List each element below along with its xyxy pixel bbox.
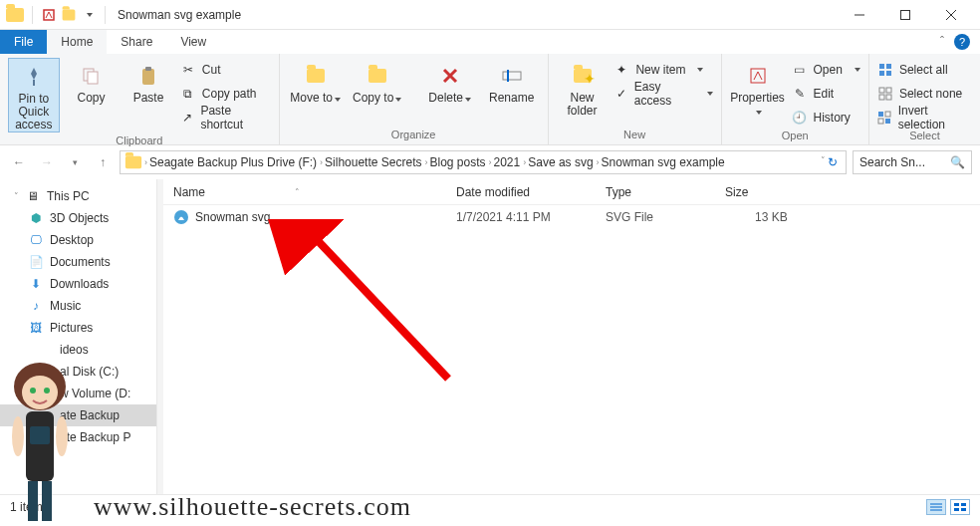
documents-icon: 📄: [28, 254, 44, 270]
ribbon-collapse-icon[interactable]: ˆ: [940, 35, 944, 49]
ribbon: Pin to Quick access Copy Paste ✂Cut ⧉Cop…: [0, 54, 980, 145]
pc-icon: 🖥: [25, 188, 41, 204]
forward-button[interactable]: →: [36, 151, 58, 173]
nav-item[interactable]: ate Backup P: [0, 426, 156, 448]
pin-quick-access-button[interactable]: Pin to Quick access: [8, 58, 60, 132]
column-headers: Name˄ Date modified Type Size: [163, 179, 980, 205]
select-all-icon: [877, 62, 893, 78]
move-to-button[interactable]: Move to: [288, 58, 344, 105]
open-icon: ▭: [792, 62, 808, 78]
search-icon: 🔍: [950, 155, 965, 169]
minimize-button[interactable]: [837, 0, 882, 30]
cut-button[interactable]: ✂Cut: [180, 60, 271, 80]
crumb[interactable]: Silhouette Secrets›: [325, 155, 427, 169]
address-bar: ← → ▾ ↑ › Seagate Backup Plus Drive (F:)…: [0, 145, 980, 179]
svg-rect-12: [503, 72, 521, 80]
history-button[interactable]: 🕘History: [792, 108, 860, 128]
tab-home[interactable]: Home: [47, 30, 107, 54]
up-button[interactable]: ↑: [92, 151, 114, 173]
thumbnails-view-button[interactable]: [950, 499, 970, 515]
breadcrumb-path[interactable]: › Seagate Backup Plus Drive (F:)› Silhou…: [120, 150, 847, 174]
col-date[interactable]: Date modified: [446, 185, 596, 199]
recent-button[interactable]: ▾: [64, 151, 86, 173]
drive-icon: [125, 156, 141, 169]
crumb[interactable]: Save as svg›: [528, 155, 599, 169]
watermark-text: www.silhouette-secrets.com: [94, 492, 411, 522]
edit-button[interactable]: ✎Edit: [792, 84, 860, 104]
qat-properties-icon[interactable]: [41, 7, 57, 23]
desktop-icon: 🖵: [28, 232, 44, 248]
rename-button[interactable]: Rename: [484, 58, 540, 105]
nav-item[interactable]: 📄Documents: [0, 251, 156, 273]
crumb[interactable]: Seagate Backup Plus Drive (F:)›: [149, 155, 323, 169]
svg-rect-2: [901, 10, 910, 19]
svg-rect-7: [88, 72, 98, 84]
crumb[interactable]: Snowman svg example: [602, 155, 725, 169]
new-folder-button[interactable]: ✦New folder: [557, 58, 609, 118]
tab-file[interactable]: File: [0, 30, 47, 54]
downloads-icon: ⬇: [28, 276, 44, 292]
qat-dropdown-icon[interactable]: [81, 7, 97, 23]
file-type: SVG File: [596, 210, 715, 224]
paste-button[interactable]: Paste: [122, 58, 174, 105]
select-none-button[interactable]: Select none: [877, 84, 972, 104]
nav-item[interactable]: 🖵Desktop: [0, 229, 156, 251]
copy-path-button[interactable]: ⧉Copy path: [180, 84, 271, 104]
nav-item[interactable]: ♪Music: [0, 295, 156, 317]
svg-rect-24: [885, 112, 890, 117]
svg-rect-16: [886, 64, 891, 69]
nav-item[interactable]: w Volume (D:: [0, 383, 156, 404]
open-button[interactable]: ▭Open: [792, 60, 860, 80]
maximize-button[interactable]: [882, 0, 928, 30]
invert-selection-button[interactable]: Invert selection: [877, 108, 972, 128]
group-new: ✦New folder ✦New item ✓Easy access New: [549, 54, 722, 144]
details-view-button[interactable]: [926, 499, 946, 515]
back-button[interactable]: ←: [8, 151, 30, 173]
group-select: Select all Select none Invert selection …: [869, 54, 980, 144]
svg-rect-22: [886, 95, 891, 100]
invert-icon: [877, 110, 892, 126]
close-button[interactable]: [928, 0, 974, 30]
nav-pane[interactable]: ˅🖥This PC ⬢3D Objects 🖵Desktop 📄Document…: [0, 179, 157, 494]
col-name[interactable]: Name˄: [163, 185, 446, 199]
svg-rect-17: [879, 71, 884, 76]
svg-rect-32: [961, 503, 966, 506]
tab-share[interactable]: Share: [107, 30, 166, 54]
svg-rect-21: [879, 95, 884, 100]
copy-to-button[interactable]: Copy to: [350, 58, 405, 105]
main-area: ˅🖥This PC ⬢3D Objects 🖵Desktop 📄Document…: [0, 179, 980, 494]
nav-item[interactable]: ideos: [0, 339, 156, 361]
file-row[interactable]: Snowman svg 1/7/2021 4:11 PM SVG File 13…: [163, 205, 980, 229]
path-dropdown-icon[interactable]: ˅: [821, 155, 826, 169]
crumb[interactable]: Blog posts›: [429, 155, 491, 169]
nav-item[interactable]: 🖼Pictures: [0, 317, 156, 339]
nav-item[interactable]: al Disk (C:): [0, 361, 156, 383]
tab-view[interactable]: View: [166, 30, 220, 54]
new-item-button[interactable]: ✦New item: [613, 60, 712, 80]
nav-item[interactable]: ⬇Downloads: [0, 273, 156, 295]
refresh-icon[interactable]: ↻: [828, 155, 838, 169]
svg-rect-19: [879, 88, 884, 93]
col-type[interactable]: Type: [596, 185, 715, 199]
paste-shortcut-button[interactable]: ↗Paste shortcut: [180, 108, 271, 128]
copy-button[interactable]: Copy: [66, 58, 118, 105]
crumb[interactable]: 2021›: [494, 155, 527, 169]
nav-item[interactable]: ⬢3D Objects: [0, 207, 156, 229]
properties-button[interactable]: Properties: [730, 58, 786, 118]
delete-button[interactable]: Delete: [422, 58, 478, 105]
nav-item-selected[interactable]: ate Backup: [0, 404, 156, 426]
qat-newfolder-icon[interactable]: [61, 7, 77, 23]
history-icon: 🕘: [792, 110, 808, 126]
help-icon[interactable]: ?: [954, 34, 970, 50]
group-open: Properties ▭Open ✎Edit 🕘History Open: [722, 54, 869, 144]
edit-icon: ✎: [792, 86, 808, 102]
music-icon: ♪: [28, 298, 44, 314]
separator: [32, 6, 33, 24]
search-box[interactable]: Search Sn...🔍: [853, 150, 972, 174]
select-all-button[interactable]: Select all: [877, 60, 972, 80]
nav-this-pc[interactable]: ˅🖥This PC: [0, 185, 156, 207]
easy-access-button[interactable]: ✓Easy access: [613, 84, 712, 104]
item-count: 1 item: [10, 500, 43, 514]
group-clipboard: Pin to Quick access Copy Paste ✂Cut ⧉Cop…: [0, 54, 280, 144]
col-size[interactable]: Size: [715, 185, 980, 199]
